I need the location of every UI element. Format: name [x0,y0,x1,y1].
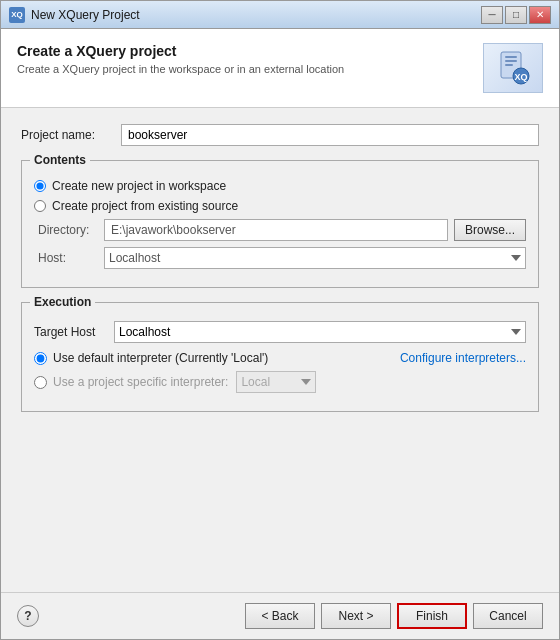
header-icon: XQ [483,43,543,93]
window-icon: XQ [9,7,25,23]
execution-group-title: Execution [30,295,95,309]
contents-group-title: Contents [30,153,90,167]
create-from-existing-label: Create project from existing source [52,199,238,213]
header-banner: Create a XQuery project Create a XQuery … [1,29,559,108]
svg-rect-3 [505,64,513,66]
create-new-project-option[interactable]: Create new project in workspace [34,179,526,193]
target-host-row: Target Host Localhost [34,321,526,343]
default-interpreter-label: Use default interpreter (Currently 'Loca… [53,351,268,365]
create-new-project-label: Create new project in workspace [52,179,226,193]
create-from-existing-radio[interactable] [34,200,46,212]
svg-rect-1 [505,56,517,58]
header-title: Create a XQuery project [17,43,483,59]
minimize-button[interactable]: ─ [481,6,503,24]
footer: ? < Back Next > Finish Cancel [1,592,559,639]
close-button[interactable]: ✕ [529,6,551,24]
svg-text:XQ: XQ [514,72,527,82]
header-subtitle: Create a XQuery project in the workspace… [17,63,483,75]
specific-interpreter-select[interactable]: Local [236,371,316,393]
specific-interpreter-radio[interactable] [34,376,47,389]
specific-interpreter-label: Use a project specific interpreter: [53,375,228,389]
content-area: Project name: Contents Create new projec… [1,108,559,592]
browse-button[interactable]: Browse... [454,219,526,241]
title-bar: XQ New XQuery Project ─ □ ✕ [1,1,559,29]
window: XQ New XQuery Project ─ □ ✕ Create a XQu… [0,0,560,640]
window-title: New XQuery Project [31,8,481,22]
host-row: Host: Localhost [34,247,526,269]
project-name-input[interactable] [121,124,539,146]
directory-row: Directory: Browse... [34,219,526,241]
directory-input[interactable] [104,219,448,241]
host-select[interactable]: Localhost [104,247,526,269]
specific-interpreter-option[interactable]: Use a project specific interpreter: Loca… [34,371,526,393]
project-name-label: Project name: [21,128,121,142]
restore-button[interactable]: □ [505,6,527,24]
back-button[interactable]: < Back [245,603,315,629]
configure-interpreters-link[interactable]: Configure interpreters... [400,351,526,365]
svg-rect-2 [505,60,517,62]
finish-button[interactable]: Finish [397,603,467,629]
next-button[interactable]: Next > [321,603,391,629]
default-interpreter-option[interactable]: Use default interpreter (Currently 'Loca… [34,351,526,365]
help-button[interactable]: ? [17,605,39,627]
host-label: Host: [34,251,104,265]
target-host-select[interactable]: Localhost [114,321,526,343]
default-interpreter-radio[interactable] [34,352,47,365]
create-new-project-radio[interactable] [34,180,46,192]
directory-label: Directory: [34,223,104,237]
contents-group: Contents Create new project in workspace… [21,160,539,288]
title-bar-controls: ─ □ ✕ [481,6,551,24]
target-host-label: Target Host [34,325,114,339]
project-name-row: Project name: [21,124,539,146]
execution-group: Execution Target Host Localhost Use defa… [21,302,539,412]
create-from-existing-option[interactable]: Create project from existing source [34,199,526,213]
header-text: Create a XQuery project Create a XQuery … [17,43,483,75]
cancel-button[interactable]: Cancel [473,603,543,629]
